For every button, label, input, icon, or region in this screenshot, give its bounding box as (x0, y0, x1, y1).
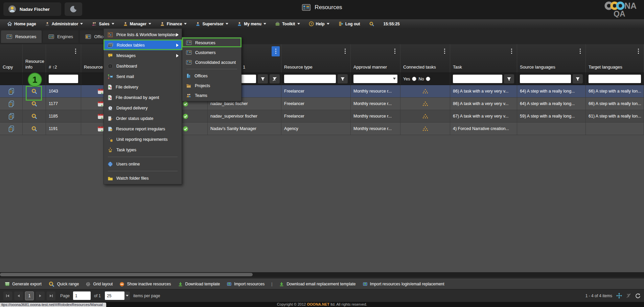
first-page-button[interactable] (3, 291, 12, 300)
menu-item-users-online[interactable]: Users online (104, 159, 182, 169)
column-header-num[interactable]: # ↑2 (46, 44, 81, 73)
nav-item-log-out[interactable]: Log out (334, 19, 365, 28)
menu-item-resource-report-irregulars[interactable]: Resource report irregulars (104, 124, 182, 134)
menu-item-unit-reporting-requirements[interactable]: Unit reporting requirements (104, 134, 182, 145)
toolbar-show-inactive-resources[interactable]: Show inactive resources (119, 282, 171, 287)
nav-item-manager[interactable]: Manager (119, 19, 156, 28)
menu-item-projects[interactable]: Projects (182, 81, 241, 91)
menu-item-offices[interactable]: Offices (182, 71, 241, 81)
filter-input-target[interactable] (589, 75, 641, 83)
radio-yes[interactable] (412, 77, 416, 81)
filter-apply-button[interactable] (504, 74, 514, 83)
nav-item-administrator[interactable]: Administrator (41, 19, 88, 28)
column-menu-kebab-icon[interactable] (634, 46, 642, 56)
column-header-type[interactable]: Resource type (281, 44, 351, 73)
menu-item-resources[interactable]: Resources (182, 38, 241, 48)
menu-item-customers[interactable]: Customers (182, 48, 241, 57)
horizontal-scrollbar-thumb[interactable] (0, 273, 253, 276)
menu-item-file-delivery[interactable]: File delivery (104, 82, 182, 92)
toolbar-import-resources[interactable]: Import resources (227, 282, 264, 286)
cell-info[interactable] (23, 98, 46, 110)
menu-item-consolidated-account[interactable]: Consolidated account (182, 57, 241, 67)
filter-apply-button[interactable] (258, 74, 268, 83)
column-header-approval[interactable]: Approval manner (351, 44, 400, 73)
dark-mode-toggle[interactable] (65, 2, 82, 16)
menu-item-delayed-delivery[interactable]: Delayed delivery (104, 103, 182, 113)
menu-item-rolodex-tables[interactable]: Rolodex tables (104, 40, 182, 50)
nav-item-home-page[interactable]: Home page (3, 19, 41, 28)
column-menu-kebab-icon[interactable] (391, 46, 399, 56)
cell-info[interactable] (23, 123, 46, 135)
download-icon (178, 282, 183, 287)
column-header-source[interactable]: Source languages (517, 44, 586, 73)
menu-item-file-download-by-agent[interactable]: File download by agent (104, 92, 182, 103)
filter-input-task[interactable] (453, 75, 502, 83)
cell-num: 1043 (46, 85, 81, 97)
toolbar-quick-range[interactable]: Quick range (48, 281, 79, 287)
menu-item-messages[interactable]: Messages (104, 50, 182, 61)
nav-search-button[interactable] (365, 19, 379, 28)
clear-filter-icon[interactable] (626, 293, 631, 298)
page-size-select[interactable]: 25 (105, 291, 124, 300)
horizontal-scrollbar[interactable] (0, 272, 644, 277)
menu-item-price-lists-workflow-templates[interactable]: Price lists & Workflow templates (104, 29, 182, 40)
filter-input-type[interactable] (284, 75, 336, 83)
cell-copy[interactable] (0, 110, 23, 122)
filter-input-num[interactable] (49, 75, 78, 83)
table-row[interactable]: 1043FreelancerMonthly resource r...86) A… (0, 85, 644, 98)
cell-copy[interactable] (0, 85, 23, 97)
nav-item-supervisor[interactable]: Supervisor (191, 19, 233, 28)
toolbar-import-resources-login-email-replacement[interactable]: Import resources login/email replacement (363, 282, 444, 286)
column-menu-kebab-icon[interactable] (576, 46, 584, 56)
nav-item-finance[interactable]: Finance (156, 19, 191, 28)
column-header-connected[interactable]: Connected tasks (400, 44, 450, 73)
menu-item-sent-mail[interactable]: Sent mail (104, 71, 182, 82)
cell-info[interactable] (23, 85, 46, 97)
radio-no[interactable] (426, 77, 430, 81)
column-menu-kebab-icon[interactable] (71, 46, 79, 56)
menu-item-task-types[interactable]: Task types (104, 145, 182, 155)
nav-item-toolkit[interactable]: Toolkit (271, 19, 304, 28)
menu-item-dashboard[interactable]: Dashboard (104, 61, 182, 71)
tab-resources[interactable]: Resources (1, 30, 42, 43)
column-menu-kebab-icon[interactable] (272, 46, 280, 56)
prev-page-button[interactable] (14, 291, 23, 300)
last-page-button[interactable] (47, 291, 55, 300)
filter-select-approval[interactable] (353, 75, 397, 83)
tab-engines[interactable]: Engines (43, 30, 78, 43)
menu-item-teams[interactable]: Teams (182, 91, 241, 100)
status-link-url[interactable]: ttps://ooona3681.ooona-test.net/#/Rolode… (0, 303, 106, 307)
filter-input-source[interactable] (520, 75, 571, 83)
filter-apply-button[interactable] (573, 74, 583, 83)
toolbar-grid-layout[interactable]: Grid layout (86, 282, 113, 287)
table-row[interactable]: 1177nadav_basic fischerFreelancerMonthly… (0, 98, 644, 110)
refresh-icon[interactable] (635, 293, 641, 299)
column-header-info[interactable]: Resource info (23, 44, 46, 73)
table-row[interactable]: 1191Nadav's Sanity ManagerAgencyMonthly … (0, 123, 644, 135)
toolbar-generate-export[interactable]: Generate export (5, 282, 42, 286)
filter-clear-button[interactable] (270, 74, 280, 83)
nav-item-help[interactable]: ?Help (304, 19, 334, 28)
page-number-input[interactable] (73, 291, 91, 300)
menu-item-order-status-update[interactable]: Order status update (104, 113, 182, 124)
toolbar-download-email-replacement-template[interactable]: Download email replacement template (279, 282, 355, 287)
cell-info[interactable] (23, 110, 46, 122)
cell-copy[interactable] (0, 123, 23, 135)
fit-columns-icon[interactable] (616, 293, 622, 299)
column-menu-kebab-icon[interactable] (440, 46, 448, 56)
user-menu-button[interactable]: Nadav Fischer (3, 2, 61, 16)
column-menu-kebab-icon[interactable] (341, 46, 349, 56)
nav-item-my-menu[interactable]: My menu (233, 19, 271, 28)
toolbar-download-template[interactable]: Download template (178, 282, 220, 287)
current-page-button[interactable]: 1 (25, 291, 34, 300)
column-menu-kebab-icon[interactable] (507, 46, 515, 56)
column-header-target[interactable]: Target languages (586, 44, 644, 73)
column-header-task[interactable]: Task (450, 44, 517, 73)
nav-item-sales[interactable]: Sales (87, 19, 118, 28)
cell-copy[interactable] (0, 98, 23, 110)
table-row[interactable]: 1185nadav_supervisor fischerFreelancerMo… (0, 110, 644, 123)
next-page-button[interactable] (36, 291, 45, 300)
filter-apply-button[interactable] (338, 74, 348, 83)
column-header-copy[interactable]: Copy (0, 44, 23, 73)
menu-item-watch-folder-files[interactable]: Watch folder files (104, 173, 182, 183)
